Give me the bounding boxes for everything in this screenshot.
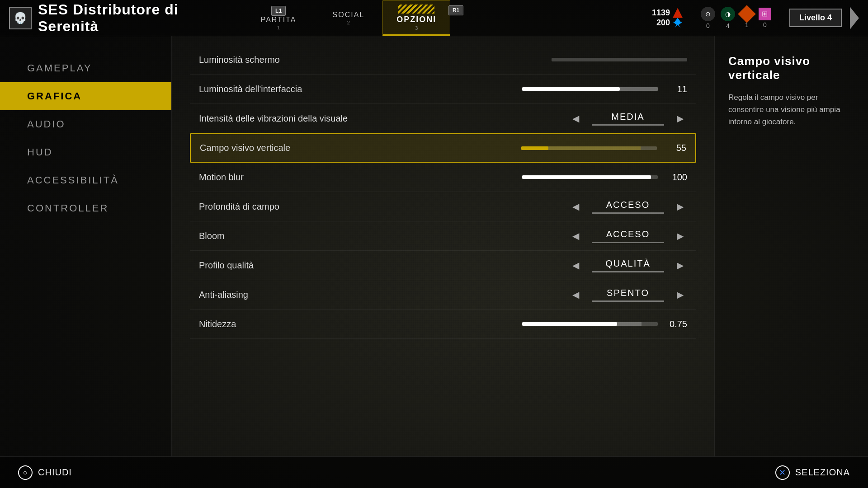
close-action[interactable]: ○ CHIUDI [18,465,72,480]
profondita-campo-next[interactable]: ▶ [673,199,687,214]
diamond-icon [738,5,756,23]
motion-blur-control: 100 [371,172,687,183]
setting-profilo-qualita[interactable]: Profilo qualità ◀ QUALITÀ ▶ [190,251,696,280]
anti-aliasing-value-container: SPENTO [592,288,664,302]
intensita-vibrazioni-value-container: MEDIA [592,112,664,126]
tab-opzioni-inner: OPZIONI 3 [396,5,436,31]
select-button-icon: ✕ [775,465,790,480]
top-navigation: L1 PARTITA 1 SOCIAL 2 OPZIONI 3 R1 [243,0,652,36]
tab-opzioni[interactable]: OPZIONI 3 R1 [382,0,450,36]
sidebar-item-grafica[interactable]: GRAFICA [0,82,171,110]
intensita-vibrazioni-selector: ◀ MEDIA ▶ [569,111,687,126]
tab-social[interactable]: SOCIAL 2 [315,8,383,28]
intensita-vibrazioni-next[interactable]: ▶ [673,111,687,126]
sidebar-item-audio[interactable]: AUDIO [0,110,171,138]
sidebar-item-controller[interactable]: CONTROLLER [0,194,171,222]
nitidezza-slider[interactable] [522,322,658,326]
nitidezza-label: Nitidezza [199,319,371,329]
luminosita-interfaccia-fill [522,87,620,91]
bloom-next[interactable]: ▶ [673,229,687,243]
profondita-campo-underline [592,212,664,214]
currency2-icon [673,18,683,28]
currency1-value: 1139 [652,8,670,18]
profilo-qualita-prev[interactable]: ◀ [569,258,583,272]
bloom-prev[interactable]: ◀ [569,229,583,243]
r1-button[interactable]: R1 [448,5,463,15]
campo-visivo-fill [521,146,548,150]
anti-aliasing-underline [592,300,664,302]
luminosita-interfaccia-label: Luminosità dell'interfaccia [199,84,371,94]
setting-luminosita-schermo[interactable]: Luminosità schermo [190,45,696,75]
tab-opzioni-stripes [398,5,434,14]
intensita-vibrazioni-label: Intensità delle vibrazioni della visuale [199,113,371,124]
close-button-icon: ○ [18,465,33,480]
profondita-campo-value-container: ACCESO [592,200,664,214]
close-button-label: CHIUDI [38,467,72,478]
sidebar-item-gameplay[interactable]: GAMEPLAY [0,54,171,82]
right-panel-title: Campo visivo verticale [728,54,854,82]
sidebar-item-hud[interactable]: HUD [0,138,171,166]
clock-icon: ⊙ [701,7,715,21]
profilo-qualita-label: Profilo qualità [199,260,371,271]
nitidezza-control: 0.75 [371,319,687,329]
bloom-selector: ◀ ACCESO ▶ [569,229,687,243]
tab-social-label: SOCIAL [333,11,365,19]
luminosita-interfaccia-slider[interactable] [522,87,658,91]
luminosita-interfaccia-fill-secondary [620,87,658,91]
profondita-campo-value: ACCESO [601,200,655,210]
luminosita-schermo-label: Luminosità schermo [199,55,371,65]
luminosita-interfaccia-value: 11 [665,84,687,94]
grid-icon: ⊞ [759,8,771,20]
setting-luminosita-interfaccia[interactable]: Luminosità dell'interfaccia 11 [190,75,696,104]
motion-blur-fill [522,175,651,179]
luminosita-schermo-slider[interactable] [552,58,687,61]
tab-partita[interactable]: L1 PARTITA 1 [243,3,315,33]
setting-motion-blur[interactable]: Motion blur 100 [190,163,696,192]
setting-nitidezza[interactable]: Nitidezza 0.75 [190,310,696,339]
nitidezza-value: 0.75 [665,319,687,329]
anti-aliasing-control: ◀ SPENTO ▶ [371,287,687,302]
setting-profondita-campo[interactable]: Profondità di campo ◀ ACCESO ▶ [190,192,696,221]
profilo-qualita-value: QUALITÀ [601,258,655,269]
currency1-display: 1139 [652,8,683,18]
profondita-campo-prev[interactable]: ◀ [569,199,583,214]
right-panel: Campo visivo verticale Regola il campo v… [714,36,868,456]
campo-visivo-fill-secondary [548,146,641,150]
select-button-label: SELEZIONA [795,467,850,478]
half-count: 4 [726,22,730,29]
level-badge: Livello 4 [789,9,842,27]
anti-aliasing-prev[interactable]: ◀ [569,287,583,302]
campo-visivo-slider[interactable] [521,146,657,150]
currency2-value: 200 [656,18,670,28]
anti-aliasing-selector: ◀ SPENTO ▶ [569,287,687,302]
motion-blur-value: 100 [665,172,687,183]
icons-row: ⊙ 0 ◑ 4 1 ⊞ 0 [701,7,771,29]
icon-clock-stack: ⊙ 0 [701,7,715,29]
setting-anti-aliasing[interactable]: Anti-aliasing ◀ SPENTO ▶ [190,280,696,310]
profilo-qualita-next[interactable]: ▶ [673,258,687,272]
intensita-vibrazioni-underline [592,124,664,126]
l1-button[interactable]: L1 [271,6,286,16]
anti-aliasing-next[interactable]: ▶ [673,287,687,302]
intensita-vibrazioni-prev[interactable]: ◀ [569,111,583,126]
icon-grid-stack: ⊞ 0 [759,8,771,28]
grid-count: 0 [763,21,767,28]
anti-aliasing-value: SPENTO [601,288,655,298]
profilo-qualita-underline [592,271,664,272]
campo-visivo-control: 55 [372,143,686,153]
profondita-campo-control: ◀ ACCESO ▶ [371,199,687,214]
bloom-value: ACCESO [601,229,655,239]
game-logo-icon: 💀 [9,7,32,29]
sidebar-item-accessibilita[interactable]: ACCESSIBILITÀ [0,166,171,194]
setting-bloom[interactable]: Bloom ◀ ACCESO ▶ [190,221,696,251]
select-action[interactable]: ✕ SELEZIONA [775,465,850,480]
profilo-qualita-control: ◀ QUALITÀ ▶ [371,258,687,272]
profondita-campo-label: Profondità di campo [199,202,371,212]
tab-partita-label: PARTITA [261,16,297,24]
motion-blur-slider[interactable] [522,175,658,179]
bloom-control: ◀ ACCESO ▶ [371,229,687,243]
setting-intensita-vibrazioni[interactable]: Intensità delle vibrazioni della visuale… [190,104,696,133]
nitidezza-fill [522,322,617,326]
setting-campo-visivo[interactable]: Campo visivo verticale 55 [190,133,696,163]
motion-blur-label: Motion blur [199,172,371,183]
